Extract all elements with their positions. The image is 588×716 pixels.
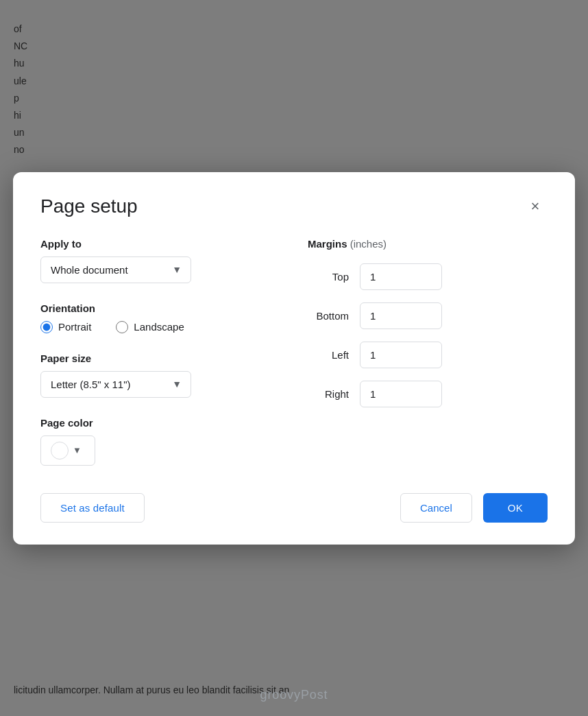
orientation-radio-group: Portrait Landscape	[40, 321, 280, 333]
footer-right-buttons: Cancel OK	[400, 493, 548, 523]
orientation-section: Orientation Portrait Landscape	[40, 302, 280, 333]
cancel-button[interactable]: Cancel	[400, 493, 472, 523]
bottom-margin-input[interactable]	[360, 302, 442, 329]
margins-label: Margins	[308, 238, 347, 250]
left-margin-label: Left	[308, 349, 349, 361]
page-color-button[interactable]: ▼	[40, 435, 95, 466]
paper-size-section: Paper size Letter (8.5" x 11") A4 Legal …	[40, 353, 280, 398]
right-margin-input[interactable]	[360, 381, 442, 407]
bottom-margin-row: Bottom	[308, 302, 548, 329]
apply-to-section: Apply to Whole document This point forwa…	[40, 238, 280, 283]
dialog-footer: Set as default Cancel OK	[40, 488, 548, 523]
portrait-radio[interactable]	[40, 321, 53, 333]
apply-to-select[interactable]: Whole document This point forward	[40, 256, 191, 283]
close-button[interactable]: ×	[523, 194, 548, 219]
right-column: Margins (inches) Top Bottom Left Right	[308, 238, 548, 466]
margins-unit: (inches)	[350, 238, 387, 250]
margins-header: Margins (inches)	[308, 238, 548, 250]
left-margin-input[interactable]	[360, 342, 442, 368]
dialog-body: Apply to Whole document This point forwa…	[40, 238, 548, 466]
page-color-label: Page color	[40, 417, 280, 429]
page-setup-dialog: Page setup × Apply to Whole document Thi…	[13, 172, 575, 545]
orientation-label: Orientation	[40, 302, 280, 314]
paper-size-label: Paper size	[40, 353, 280, 364]
bottom-margin-label: Bottom	[308, 310, 349, 322]
paper-size-select[interactable]: Letter (8.5" x 11") A4 Legal	[40, 371, 191, 398]
landscape-label-text: Landscape	[134, 321, 184, 333]
portrait-label-text: Portrait	[58, 321, 91, 333]
top-margin-input[interactable]	[360, 263, 442, 290]
landscape-radio[interactable]	[116, 321, 128, 333]
paper-size-select-wrapper: Letter (8.5" x 11") A4 Legal ▼	[40, 371, 191, 398]
dialog-title: Page setup	[40, 195, 138, 217]
top-margin-row: Top	[308, 263, 548, 290]
apply-to-label: Apply to	[40, 238, 280, 250]
top-margin-label: Top	[308, 271, 349, 283]
color-circle	[51, 442, 69, 460]
dialog-header: Page setup ×	[40, 194, 548, 219]
page-color-arrow-icon: ▼	[73, 445, 82, 455]
portrait-radio-label[interactable]: Portrait	[40, 321, 91, 333]
ok-button[interactable]: OK	[483, 493, 548, 523]
left-column: Apply to Whole document This point forwa…	[40, 238, 280, 466]
right-margin-label: Right	[308, 388, 349, 400]
right-margin-row: Right	[308, 381, 548, 407]
page-color-section: Page color ▼	[40, 417, 280, 466]
apply-to-select-wrapper: Whole document This point forward ▼	[40, 256, 191, 283]
set-default-button[interactable]: Set as default	[40, 493, 145, 523]
left-margin-row: Left	[308, 342, 548, 368]
landscape-radio-label[interactable]: Landscape	[116, 321, 184, 333]
